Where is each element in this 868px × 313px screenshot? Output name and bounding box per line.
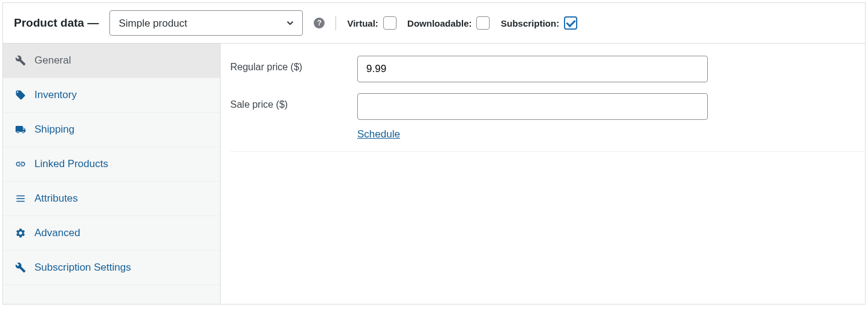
tabs-panel: General Inventory Shipping Linked Produc… [3,44,221,304]
tab-attributes[interactable]: Attributes [3,182,220,216]
sale-price-row: Sale price ($) Schedule [230,93,865,140]
header-divider [335,16,336,30]
tab-shipping[interactable]: Shipping [3,113,220,147]
sale-price-input[interactable] [357,93,708,120]
sale-price-label: Sale price ($) [230,93,357,110]
tab-advanced[interactable]: Advanced [3,216,220,251]
content-divider [230,151,865,152]
downloadable-checkbox[interactable] [476,16,490,30]
sale-price-field-wrap: Schedule [357,93,708,140]
truck-icon [15,124,26,135]
regular-price-input[interactable] [357,56,708,82]
tab-label: Attributes [34,193,78,205]
list-icon [15,193,26,204]
gear-icon [15,228,26,239]
downloadable-checkbox-group: Downloadable: [407,16,490,30]
panel-title: Product data — [14,16,99,30]
wrench-icon [15,55,26,66]
product-data-header: Product data — Simple product ? Virtual:… [3,3,865,44]
regular-price-field-wrap [357,56,708,82]
tab-subscription-settings[interactable]: Subscription Settings [3,251,220,285]
tab-label: Linked Products [34,158,108,170]
subscription-checkbox-group: Subscription: [500,16,577,30]
subscription-checkbox[interactable] [564,16,577,30]
tab-inventory[interactable]: Inventory [3,78,220,113]
product-type-select[interactable]: Simple product [109,10,303,36]
tab-label: Shipping [34,124,74,136]
tab-label: Advanced [34,227,80,239]
wrench-icon [15,262,26,273]
regular-price-row: Regular price ($) [230,56,865,82]
tab-general[interactable]: General [3,44,220,78]
product-data-body: General Inventory Shipping Linked Produc… [3,44,865,304]
tag-icon [15,90,26,100]
help-icon[interactable]: ? [314,18,325,28]
tab-label: General [34,54,71,67]
regular-price-label: Regular price ($) [230,56,357,73]
link-icon [15,159,26,170]
product-data-panel: Product data — Simple product ? Virtual:… [2,2,866,305]
downloadable-label: Downloadable: [407,18,472,28]
virtual-checkbox[interactable] [383,16,397,30]
subscription-label: Subscription: [500,18,559,28]
tab-label: Inventory [34,89,77,101]
tab-linked-products[interactable]: Linked Products [3,147,220,182]
virtual-checkbox-group: Virtual: [347,16,396,30]
schedule-link[interactable]: Schedule [357,128,400,140]
virtual-label: Virtual: [347,18,378,28]
tab-label: Subscription Settings [34,262,131,274]
general-tab-content: Regular price ($) Sale price ($) Schedul… [221,44,865,304]
product-type-select-wrap: Simple product [109,10,303,36]
